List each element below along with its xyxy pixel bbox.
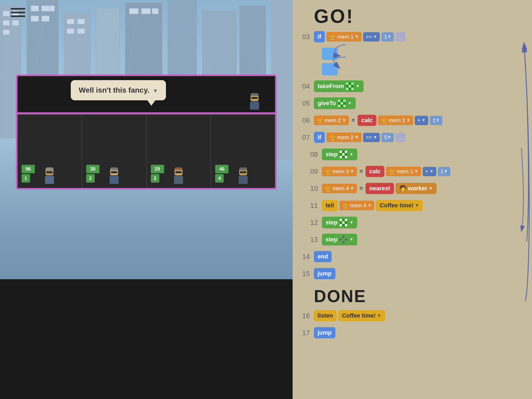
mem-4-11[interactable]: 🍔 mem 4 ▼ — [339, 201, 375, 210]
grid-icon-04 — [346, 83, 354, 90]
code-line-10: 10 🍔 mem 4 ▼ = nearest 🧑 worker ▼ — [306, 182, 527, 195]
code-line-12: 12 step ▼ — [306, 216, 527, 229]
nearest-keyword[interactable]: nearest — [365, 183, 394, 194]
grid-icon-08 — [340, 151, 347, 158]
mem-2-07[interactable]: 🍔 mem 2 ▼ — [326, 133, 361, 142]
end-keyword[interactable]: end — [314, 251, 332, 262]
mem-2-06[interactable]: 🍔 mem 2 ▼ — [314, 116, 349, 125]
line-num-07: 07 — [298, 133, 314, 142]
indent-block-2 — [306, 62, 527, 76]
grid-icon-13 — [340, 236, 347, 243]
block-14[interactable]: end — [314, 251, 332, 262]
speech-bubble[interactable]: Well isn't this fancy. ▼ — [71, 80, 166, 100]
line-num-03: 03 — [298, 33, 314, 41]
coffee-time-16[interactable]: Coffee time! ▼ — [338, 310, 385, 321]
top-worker — [250, 94, 259, 110]
val-5-07[interactable]: 5 ▼ — [381, 133, 394, 142]
mem-icon-03[interactable]: 🍔 mem 1 ▼ — [326, 32, 361, 42]
worker-number-1: 1 — [22, 174, 30, 183]
grid-icon-05 — [338, 100, 346, 107]
block-08[interactable]: step ▼ — [322, 149, 357, 160]
if-keyword-07[interactable]: if — [314, 132, 325, 143]
grid-icon-12 — [340, 219, 347, 226]
calc-keyword-06[interactable]: calc — [358, 115, 376, 126]
code-lines-lower: 16 listen Coffee time! ▼ 17 jump — [293, 309, 532, 340]
code-line-03: 03 if 🍔 mem 1 ▼ == ▼ 1 ▼ ... — [298, 30, 527, 44]
speech-arrow: ▼ — [153, 87, 158, 94]
tell-keyword[interactable]: tell — [322, 200, 338, 211]
block-09[interactable]: 🍔 mem 3 ▼ = calc 🍔 mem 1 ▼ + ▼ 1 ▼ — [322, 166, 450, 177]
dots-03[interactable]: ... — [396, 32, 405, 42]
plus-09[interactable]: + ▼ — [423, 167, 437, 176]
plus-06[interactable]: + ▼ — [415, 116, 429, 125]
indent-blue-1[interactable] — [322, 48, 338, 60]
if-keyword[interactable]: if — [314, 31, 325, 42]
worker-station-2: 30 2 — [82, 114, 147, 188]
worker-number-2: 2 — [86, 174, 95, 183]
worker-score-1: 96 — [22, 165, 35, 173]
jump-keyword-17[interactable]: jump — [314, 327, 335, 338]
block-16[interactable]: listen Coffee time! ▼ — [314, 310, 385, 321]
mem-2b-06[interactable]: 🍔 mem 2 ▼ — [378, 116, 413, 125]
line-num-09: 09 — [306, 167, 322, 176]
op-equals-03[interactable]: == ▼ — [363, 32, 380, 42]
code-line-09: 09 🍔 mem 3 ▼ = calc 🍔 mem 1 ▼ + ▼ 1 ▼ — [306, 164, 527, 178]
block-10[interactable]: 🍔 mem 4 ▼ = nearest 🧑 worker ▼ — [322, 183, 437, 194]
block-05[interactable]: giveTo ▼ — [314, 97, 356, 109]
code-line-11: 11 tell 🍔 mem 4 ▼ Coffee time! ▼ — [306, 199, 527, 212]
code-line-08: 08 step ▼ — [306, 147, 527, 161]
mem-1-09[interactable]: 🍔 mem 1 ▼ — [386, 167, 421, 176]
jump-keyword-15[interactable]: jump — [314, 268, 335, 279]
eq-06: = — [351, 117, 356, 124]
step-keyword-13[interactable]: step ▼ — [322, 234, 357, 245]
code-line-04: 04 takeFrom ▼ — [298, 79, 527, 93]
dots-07[interactable]: ... — [396, 133, 405, 142]
eq-09: = — [359, 168, 364, 175]
worker-number-3: 3 — [151, 174, 159, 183]
block-06[interactable]: 🍔 mem 2 ▼ = calc 🍔 mem 2 ▼ + ▼ 1 ▼ — [314, 115, 442, 126]
val-1-06[interactable]: 1 ▼ — [430, 116, 442, 125]
worker-score-3: 29 — [151, 165, 164, 173]
step-keyword-12[interactable]: step ▼ — [322, 217, 357, 228]
block-03[interactable]: if 🍔 mem 1 ▼ == ▼ 1 ▼ ... — [314, 31, 405, 42]
line-num-13: 13 — [306, 236, 322, 244]
code-line-06: 06 🍔 mem 2 ▼ = calc 🍔 mem 2 ▼ + ▼ 1 ▼ — [298, 113, 527, 127]
block-12[interactable]: step ▼ — [322, 217, 357, 228]
takeFrom-keyword[interactable]: takeFrom ▼ — [314, 80, 364, 92]
listen-keyword[interactable]: listen — [314, 310, 336, 321]
worker-score-4: 46 — [215, 165, 228, 173]
code-line-16: 16 listen Coffee time! ▼ — [298, 309, 527, 323]
block-07[interactable]: if 🍔 mem 2 ▼ == ▼ 5 ▼ ... — [314, 132, 405, 143]
calc-keyword-09[interactable]: calc — [365, 166, 384, 177]
worker-tag[interactable]: 🧑 worker ▼ — [396, 183, 437, 194]
block-13[interactable]: step ▼ — [322, 234, 357, 245]
step-keyword-08[interactable]: step ▼ — [322, 149, 357, 160]
line-num-14: 14 — [298, 253, 314, 261]
mem-3-09[interactable]: 🍔 mem 3 ▼ — [322, 167, 357, 176]
line-num-06: 06 — [298, 116, 314, 125]
line-num-12: 12 — [306, 219, 322, 227]
menu-button[interactable] — [11, 8, 25, 17]
code-line-05: 05 giveTo ▼ — [298, 96, 527, 110]
line-num-04: 04 — [298, 82, 314, 91]
coffee-time-11[interactable]: Coffee time! ▼ — [376, 200, 423, 211]
block-15[interactable]: jump — [314, 268, 335, 279]
op-eq-07[interactable]: == ▼ — [363, 133, 380, 142]
giveTo-keyword[interactable]: giveTo ▼ — [314, 97, 356, 109]
done-title: DONE — [293, 284, 532, 309]
line-num-05: 05 — [298, 99, 314, 108]
worker-station-4: 46 4 — [211, 114, 275, 188]
indent-blue-2[interactable] — [322, 63, 338, 75]
eq-10: = — [359, 185, 364, 192]
code-lines: 03 if 🍔 mem 1 ▼ == ▼ 1 ▼ ... 04 takeFrom — [293, 30, 532, 281]
mem-4-10[interactable]: 🍔 mem 4 ▼ — [322, 184, 357, 193]
block-11[interactable]: tell 🍔 mem 4 ▼ Coffee time! ▼ — [322, 200, 423, 211]
line-num-16: 16 — [298, 312, 314, 320]
val-1-03[interactable]: 1 ▼ — [381, 32, 394, 42]
val-1-09[interactable]: 1 ▼ — [438, 167, 450, 176]
worker-score-2: 30 — [86, 165, 99, 173]
line-num-11: 11 — [306, 201, 322, 210]
line-num-17: 17 — [298, 329, 314, 337]
block-04[interactable]: takeFrom ▼ — [314, 80, 364, 92]
block-17[interactable]: jump — [314, 327, 335, 338]
